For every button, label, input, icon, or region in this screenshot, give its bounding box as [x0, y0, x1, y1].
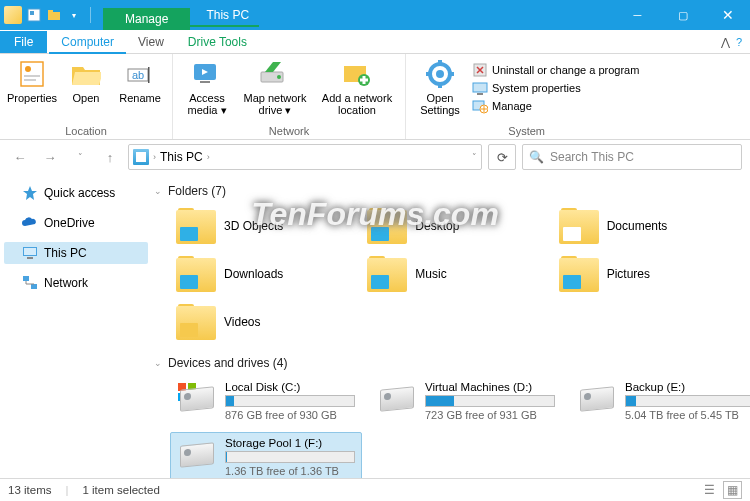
svg-text:ab: ab	[132, 69, 144, 81]
svg-rect-4	[21, 62, 43, 86]
folder-label: Documents	[607, 219, 668, 233]
up-button[interactable]: ↑	[98, 145, 122, 169]
folder-label: Videos	[224, 315, 260, 329]
breadcrumb-chevron-icon[interactable]: ›	[207, 152, 210, 162]
add-network-location-button[interactable]: Add a network location	[317, 58, 397, 118]
close-button[interactable]: ✕	[705, 0, 750, 30]
map-network-drive-button[interactable]: Map network drive ▾	[239, 58, 311, 118]
svg-rect-13	[200, 81, 210, 83]
qat-dropdown-icon[interactable]: ▾	[66, 7, 82, 23]
breadcrumb-chevron-icon[interactable]: ›	[153, 152, 156, 162]
nav-onedrive[interactable]: OneDrive	[4, 212, 148, 234]
drive-usage-bar	[225, 395, 355, 407]
section-header-folders[interactable]: ⌄ Folders (7)	[152, 180, 740, 202]
breadcrumb-this-pc[interactable]: This PC	[160, 150, 203, 164]
rename-button[interactable]: ab Rename	[116, 58, 164, 118]
settings-gear-icon	[424, 58, 456, 90]
drive-item[interactable]: Storage Pool 1 (F:)1.36 TB free of 1.36 …	[170, 432, 362, 478]
recent-dropdown[interactable]: ˅	[68, 145, 92, 169]
folder-item[interactable]: Music	[361, 252, 548, 296]
refresh-button[interactable]: ⟳	[488, 144, 516, 170]
nav-this-pc[interactable]: This PC	[4, 242, 148, 264]
system-properties-button[interactable]: System properties	[472, 80, 639, 96]
explorer-icon[interactable]	[4, 6, 22, 24]
address-dropdown-icon[interactable]: ˅	[472, 152, 477, 162]
manage-icon	[472, 98, 488, 114]
qat-new-folder-icon[interactable]	[46, 7, 62, 23]
folder-item[interactable]: Documents	[553, 204, 740, 248]
svg-rect-2	[48, 12, 60, 20]
add-location-icon	[341, 58, 373, 90]
drive-usage-bar	[425, 395, 555, 407]
properties-button[interactable]: Properties	[8, 58, 56, 118]
drive-item[interactable]: Backup (E:)5.04 TB free of 5.45 TB	[570, 376, 750, 426]
minimize-button[interactable]: ─	[615, 0, 660, 30]
address-bar[interactable]: › This PC › ˅	[128, 144, 482, 170]
svg-point-15	[277, 75, 281, 79]
svg-rect-34	[27, 257, 33, 259]
section-header-drives[interactable]: ⌄ Devices and drives (4)	[152, 352, 740, 374]
drive-icon	[177, 381, 217, 417]
rename-icon: ab	[124, 58, 156, 90]
drive-item[interactable]: Virtual Machines (D:)723 GB free of 931 …	[370, 376, 562, 426]
nav-network[interactable]: Network	[4, 272, 148, 294]
drive-item[interactable]: Local Disk (C:)876 GB free of 930 GB	[170, 376, 362, 426]
tab-view[interactable]: View	[126, 31, 176, 53]
ribbon-collapse-icon[interactable]: ⋀	[721, 36, 730, 49]
folder-item[interactable]: Pictures	[553, 252, 740, 296]
tab-computer[interactable]: Computer	[49, 31, 126, 53]
system-properties-icon	[472, 80, 488, 96]
ribbon-help-icon[interactable]: ?	[736, 36, 742, 49]
forward-button[interactable]: →	[38, 145, 62, 169]
group-label-network: Network	[181, 125, 397, 137]
svg-rect-1	[30, 11, 34, 15]
manage-button[interactable]: Manage	[472, 98, 639, 114]
svg-rect-35	[23, 276, 29, 281]
drive-icon	[177, 437, 217, 473]
drive-usage-bar	[625, 395, 750, 407]
folder-icon	[367, 256, 407, 292]
tab-file[interactable]: File	[0, 31, 47, 53]
view-details-icon[interactable]: ☰	[700, 481, 719, 499]
access-media-button[interactable]: Access media ▾	[181, 58, 233, 118]
nav-quick-access[interactable]: Quick access	[4, 182, 148, 204]
maximize-button[interactable]: ▢	[660, 0, 705, 30]
chevron-down-icon: ⌄	[154, 358, 162, 368]
open-button[interactable]: Open	[62, 58, 110, 118]
uninstall-program-button[interactable]: Uninstall or change a program	[472, 62, 639, 78]
drive-icon	[577, 381, 617, 417]
chevron-down-icon: ⌄	[154, 186, 162, 196]
folder-label: 3D Objects	[224, 219, 283, 233]
tab-drive-tools[interactable]: Drive Tools	[176, 31, 259, 53]
svg-rect-33	[24, 248, 36, 255]
uninstall-icon	[472, 62, 488, 78]
svg-rect-19	[360, 79, 368, 82]
qat-properties-icon[interactable]	[26, 7, 42, 23]
search-icon: 🔍	[529, 150, 544, 164]
drive-label: Local Disk (C:)	[225, 381, 355, 393]
media-icon	[191, 58, 223, 90]
svg-point-5	[25, 66, 31, 72]
folder-label: Music	[415, 267, 446, 281]
folder-icon	[559, 256, 599, 292]
folder-item[interactable]: Downloads	[170, 252, 357, 296]
folder-item[interactable]: Videos	[170, 300, 357, 344]
svg-rect-3	[48, 10, 53, 13]
properties-icon	[16, 58, 48, 90]
ribbon-tabs: File Computer View Drive Tools ⋀ ?	[0, 30, 750, 54]
map-drive-icon	[259, 58, 291, 90]
this-pc-icon	[133, 149, 149, 165]
drive-label: Storage Pool 1 (F:)	[225, 437, 355, 449]
folder-item[interactable]: 3D Objects	[170, 204, 357, 248]
ribbon-group-network: Access media ▾ Map network drive ▾ Add a…	[173, 54, 406, 139]
search-box[interactable]: 🔍 Search This PC	[522, 144, 742, 170]
svg-rect-36	[31, 284, 37, 289]
drive-icon	[377, 381, 417, 417]
back-button[interactable]: ←	[8, 145, 32, 169]
folder-item[interactable]: Desktop	[361, 204, 548, 248]
drive-label: Backup (E:)	[625, 381, 750, 393]
monitor-icon	[22, 245, 38, 261]
status-item-count: 13 items	[8, 484, 51, 496]
open-settings-button[interactable]: Open Settings	[414, 58, 466, 118]
view-tiles-icon[interactable]: ▦	[723, 481, 742, 499]
